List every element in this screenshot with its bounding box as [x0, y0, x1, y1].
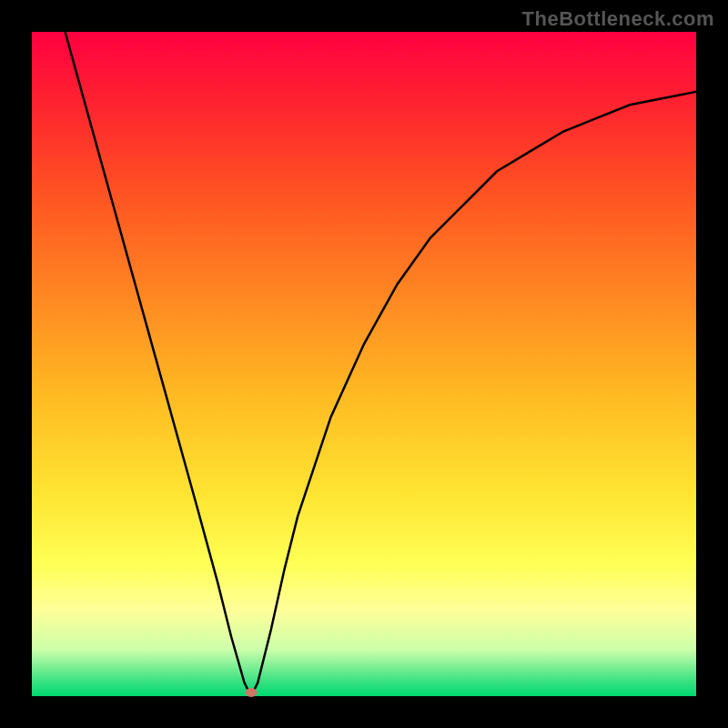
minimum-marker [245, 688, 257, 697]
chart-frame: TheBottleneck.com [0, 0, 728, 728]
watermark-text: TheBottleneck.com [522, 7, 714, 31]
plot-area [32, 32, 696, 696]
bottleneck-curve [32, 32, 696, 696]
